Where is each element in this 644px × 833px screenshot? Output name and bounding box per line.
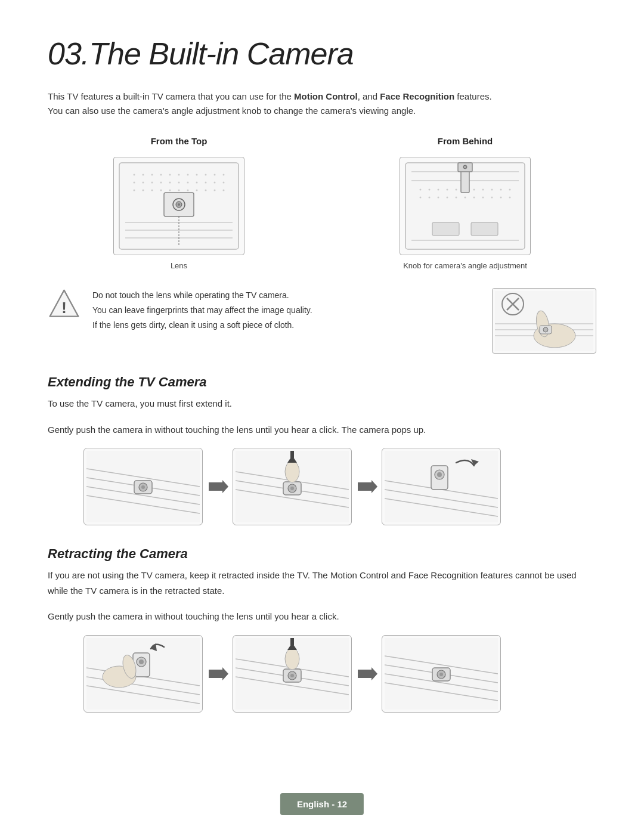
extending-step1 <box>83 448 203 525</box>
extending-arrow1 <box>203 478 233 496</box>
svg-point-4 <box>151 174 153 176</box>
retracting-section: Retracting the Camera If you are not usi… <box>48 546 596 713</box>
svg-point-18 <box>178 182 180 184</box>
svg-point-2 <box>134 174 135 176</box>
svg-point-6 <box>169 174 171 176</box>
warning-line2: You can leave fingerprints that may affe… <box>92 303 480 318</box>
warning-line3: If the lens gets dirty, clean it using a… <box>92 318 480 333</box>
svg-point-58 <box>420 197 422 199</box>
svg-point-29 <box>178 190 180 191</box>
svg-point-114 <box>437 472 442 477</box>
svg-point-51 <box>456 189 457 191</box>
diagram-top-block: From the Top <box>113 136 244 270</box>
svg-point-3 <box>143 174 144 176</box>
diagram-top-caption: Lens <box>171 261 187 270</box>
svg-point-32 <box>205 190 207 191</box>
svg-point-60 <box>438 197 439 199</box>
svg-point-71 <box>463 165 467 169</box>
svg-point-56 <box>500 189 502 191</box>
extending-section: Extending the TV Camera To use the TV ca… <box>48 374 596 525</box>
intro-paragraph: This TV features a built-in TV camera th… <box>48 89 596 118</box>
svg-text:!: ! <box>61 299 67 316</box>
retracting-heading: Retracting the Camera <box>48 546 596 562</box>
intro-line2: You can also use the camera's angle adju… <box>48 106 416 116</box>
warning-icon: ! <box>48 288 80 321</box>
warning-section: ! Do not touch the lens while operating … <box>48 288 596 354</box>
svg-point-48 <box>429 189 431 191</box>
svg-point-30 <box>187 190 189 191</box>
page-footer: English - 12 <box>280 793 364 815</box>
svg-point-34 <box>223 190 225 191</box>
svg-point-5 <box>160 174 162 176</box>
extending-heading: Extending the TV Camera <box>48 374 596 390</box>
diagrams-section: From the Top <box>48 136 596 270</box>
diagram-behind-caption: Knob for camera's angle adjustment <box>403 261 527 270</box>
retract-step3-svg <box>385 638 498 710</box>
svg-point-28 <box>169 190 171 191</box>
extending-steps <box>48 448 596 525</box>
svg-point-22 <box>214 182 216 184</box>
extending-step3 <box>382 448 501 525</box>
extending-line1: To use the TV camera, you must first ext… <box>48 396 596 411</box>
svg-point-57 <box>509 189 511 191</box>
extend-step1-svg <box>86 451 200 522</box>
intro-line1-start: This TV features a built-in TV camera th… <box>48 91 294 101</box>
svg-rect-136 <box>290 638 294 645</box>
svg-point-66 <box>491 197 493 199</box>
svg-point-53 <box>473 189 475 191</box>
retract-step2-svg <box>236 638 349 710</box>
extend-step3-svg <box>385 451 498 522</box>
warning-text-block: Do not touch the lens while operating th… <box>92 288 480 333</box>
svg-point-55 <box>491 189 493 191</box>
svg-rect-106 <box>290 451 294 458</box>
retracting-step2 <box>233 635 352 713</box>
retract-step1-svg <box>86 638 200 710</box>
svg-point-17 <box>169 182 171 184</box>
svg-point-33 <box>214 190 216 191</box>
diagram-behind-image <box>400 157 531 255</box>
svg-point-64 <box>473 197 475 199</box>
svg-rect-73 <box>471 222 498 236</box>
svg-point-27 <box>160 190 162 191</box>
svg-point-47 <box>420 189 422 191</box>
svg-point-20 <box>196 182 198 184</box>
svg-point-65 <box>482 197 484 199</box>
svg-point-63 <box>465 197 466 199</box>
svg-point-145 <box>439 673 443 676</box>
svg-point-122 <box>139 659 144 664</box>
svg-point-54 <box>482 189 484 191</box>
svg-rect-72 <box>432 222 459 236</box>
svg-point-87 <box>543 327 548 332</box>
bold-face-recognition: Face Recognition <box>380 91 454 101</box>
top-view-svg <box>116 160 242 252</box>
retracting-steps <box>48 635 596 713</box>
warning-line1: Do not touch the lens while operating th… <box>92 288 480 303</box>
extending-line2: Gently push the camera in without touchi… <box>48 422 596 438</box>
svg-point-16 <box>160 182 162 184</box>
svg-point-19 <box>187 182 189 184</box>
bold-motion-control: Motion Control <box>294 91 358 101</box>
retracting-line1: If you are not using the TV camera, keep… <box>48 568 596 598</box>
diagram-top-image <box>113 157 244 255</box>
extend-step2-svg <box>236 451 349 522</box>
svg-point-10 <box>205 174 207 176</box>
svg-point-13 <box>134 182 135 184</box>
intro-end: features. <box>454 91 492 101</box>
svg-point-38 <box>178 203 180 206</box>
svg-marker-107 <box>358 480 377 493</box>
retracting-arrow1 <box>203 665 233 683</box>
diagram-behind-label: From Behind <box>438 136 493 146</box>
svg-point-31 <box>196 190 198 191</box>
svg-point-50 <box>447 189 448 191</box>
svg-point-25 <box>143 190 144 191</box>
diagram-top-label: From the Top <box>151 136 208 146</box>
svg-point-15 <box>151 182 153 184</box>
footer-text: English - 12 <box>297 799 347 809</box>
svg-point-62 <box>456 197 457 199</box>
behind-view-svg <box>402 160 528 252</box>
svg-point-23 <box>223 182 225 184</box>
svg-point-12 <box>223 174 225 176</box>
intro-mid: , and <box>358 91 380 101</box>
retracting-step1 <box>83 635 203 713</box>
retracting-line2: Gently push the camera in without touchi… <box>48 609 596 624</box>
